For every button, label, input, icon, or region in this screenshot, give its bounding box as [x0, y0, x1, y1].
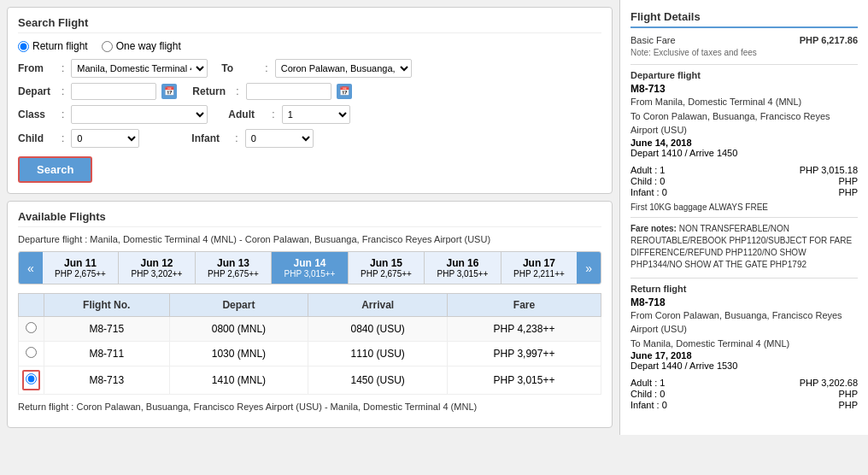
infant-select[interactable]: 0: [245, 129, 314, 148]
flight-radio-1[interactable]: [26, 347, 37, 358]
from-colon: :: [62, 62, 64, 74]
date-label-1: Jun 12: [122, 257, 191, 269]
flight-radio-cell-1[interactable]: [19, 342, 44, 367]
child-label: Child: [18, 132, 56, 144]
return-flight-radio-label[interactable]: Return flight: [18, 40, 88, 52]
flight-radio-cell-2[interactable]: [19, 367, 44, 395]
ret-section-title: Return flight: [630, 284, 858, 294]
flight-row-1: M8-711 1030 (MNL) 1110 (USU) PHP 3,997++: [19, 342, 601, 367]
dep-adult-label: Adult : 1: [630, 165, 665, 175]
th-fare: Fare: [448, 294, 601, 317]
date-item-6[interactable]: Jun 17 PHP 2,211++: [501, 252, 577, 284]
fare-notes: Fare notes: NON TRANSFERABLE/NON REROUTA…: [630, 223, 858, 271]
fare-1: PHP 3,997++: [448, 342, 601, 367]
from-select[interactable]: Manila, Domestic Terminal 4 (M▼: [71, 59, 208, 78]
flight-radio-cell-0[interactable]: [19, 317, 44, 342]
date-item-4[interactable]: Jun 15 PHP 2,675++: [349, 252, 425, 284]
oneway-flight-radio-label[interactable]: One way flight: [102, 40, 181, 52]
ret-depart-arrive: Depart 1440 / Arrive 1530: [630, 361, 858, 371]
flight-no-0: M8-715: [44, 317, 170, 342]
right-panel: Flight Details Basic Fare PHP 6,217.86 N…: [619, 0, 868, 435]
th-select: [19, 294, 44, 317]
fare-2: PHP 3,015++: [448, 367, 601, 395]
dep-child-label: Child : 0: [630, 176, 665, 186]
return-flight-label: Return flight: [32, 40, 88, 52]
class-select[interactable]: [71, 105, 208, 124]
to-select[interactable]: Coron Palawan, Busuanga, Fr▼: [275, 59, 412, 78]
dep-infant-value: PHP: [838, 187, 858, 197]
depart-input[interactable]: 6/14/2018: [71, 83, 156, 100]
oneway-flight-label: One way flight: [116, 40, 181, 52]
from-label: From: [18, 62, 56, 74]
flight-radio-2[interactable]: [26, 373, 37, 384]
arrival-2: 1450 (USU): [308, 367, 448, 395]
adult-label: Adult: [228, 108, 267, 120]
return-calendar-icon[interactable]: 📅: [337, 84, 352, 99]
date-next-button[interactable]: »: [577, 252, 601, 284]
date-prev-button[interactable]: «: [19, 252, 43, 284]
date-price-5: PHP 3,015++: [428, 269, 496, 279]
return-flight-info: Return flight : Coron Palawan, Busuanga,…: [18, 402, 601, 412]
oneway-flight-radio[interactable]: [102, 41, 113, 52]
available-flights-section: Available Flights Departure flight : Man…: [7, 201, 613, 428]
depart-2: 1410 (MNL): [169, 367, 308, 395]
dep-flight-num: M8-713: [630, 83, 858, 95]
date-label-4: Jun 15: [352, 257, 420, 269]
flight-type-row: Return flight One way flight: [18, 40, 601, 52]
ret-child-label: Child : 0: [630, 389, 665, 399]
dep-date: June 14, 2018: [630, 138, 858, 148]
date-item-0[interactable]: Jun 11 PHP 2,675++: [43, 252, 119, 284]
date-label-2: Jun 13: [199, 257, 267, 269]
dep-infant-label: Infant : 0: [630, 187, 667, 197]
date-nav: « Jun 11 PHP 2,675++ Jun 12 PHP 3,202++ …: [18, 251, 601, 284]
search-button[interactable]: Search: [18, 156, 92, 183]
fare-0: PHP 4,238++: [448, 317, 601, 342]
departure-info: Departure flight : Manila, Domestic Term…: [18, 234, 601, 244]
dep-adult-row: Adult : 1 PHP 3,015.18: [630, 165, 858, 175]
basic-fare-row: Basic Fare PHP 6,217.86: [630, 35, 858, 45]
to-label: To: [221, 62, 260, 74]
ret-infant-row: Infant : 0 PHP: [630, 400, 858, 410]
divider-1: [630, 64, 858, 65]
divider-2: [630, 217, 858, 218]
dep-from: From Manila, Domestic Terminal 4 (MNL): [630, 95, 858, 109]
date-price-2: PHP 2,675++: [199, 269, 267, 279]
dep-to: To Coron Palawan, Busuanga, Francisco Re…: [630, 109, 858, 138]
depart-1: 1030 (MNL): [169, 342, 308, 367]
adult-select[interactable]: 1: [282, 105, 350, 124]
basic-fare-note: Note: Exclusive of taxes and fees: [630, 48, 858, 57]
date-item-3[interactable]: Jun 14 PHP 3,015++: [272, 252, 348, 284]
ret-infant-value: PHP: [838, 400, 858, 410]
th-depart: Depart: [169, 294, 308, 317]
arrival-0: 0840 (USU): [308, 317, 448, 342]
depart-calendar-icon[interactable]: 📅: [161, 84, 177, 99]
date-price-3: PHP 3,015++: [275, 269, 343, 279]
depart-return-row: Depart : 6/14/2018 📅 Return : 6/17/2018 …: [18, 83, 601, 100]
return-flight-radio[interactable]: [18, 41, 29, 52]
dep-adult-value: PHP 3,015.18: [800, 165, 858, 175]
available-flights-title: Available Flights: [18, 210, 601, 227]
date-label-3: Jun 14: [275, 257, 343, 269]
dep-child-row: Child : 0 PHP: [630, 176, 858, 186]
ret-child-row: Child : 0 PHP: [630, 389, 858, 399]
flight-no-1: M8-711: [44, 342, 170, 367]
child-select[interactable]: 0: [71, 129, 139, 148]
date-label-0: Jun 11: [46, 257, 114, 269]
dep-depart-arrive: Depart 1410 / Arrive 1450: [630, 148, 858, 158]
departure-flight-detail: Departure flight M8-713 From Manila, Dom…: [630, 70, 858, 158]
left-panel: Search Flight Return flight One way flig…: [0, 0, 619, 435]
flight-radio-0[interactable]: [26, 322, 37, 333]
dep-infant-row: Infant : 0 PHP: [630, 187, 858, 197]
date-price-4: PHP 2,675++: [352, 269, 420, 279]
date-item-1[interactable]: Jun 12 PHP 3,202++: [119, 252, 195, 284]
search-section-title: Search Flight: [18, 16, 601, 33]
dep-section-title: Departure flight: [630, 70, 858, 80]
date-item-5[interactable]: Jun 16 PHP 3,015++: [425, 252, 501, 284]
ret-adult-label: Adult : 1: [630, 378, 665, 388]
dep-child-value: PHP: [838, 176, 858, 186]
date-item-2[interactable]: Jun 13 PHP 2,675++: [196, 252, 272, 284]
th-arrival: Arrival: [308, 294, 448, 317]
ret-adult-row: Adult : 1 PHP 3,202.68: [630, 378, 858, 388]
return-input[interactable]: 6/17/2018: [246, 83, 331, 100]
ret-to: To Manila, Domestic Terminal 4 (MNL): [630, 337, 858, 351]
